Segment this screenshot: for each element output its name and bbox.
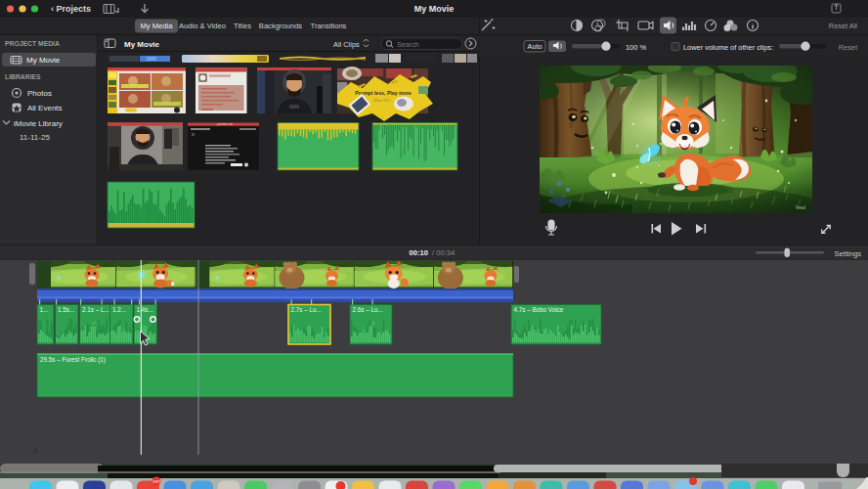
svg-text:1...: 1...: [40, 306, 49, 313]
svg-text:/ 00:34: / 00:34: [432, 248, 455, 257]
svg-text:100 %: 100 %: [626, 43, 646, 52]
svg-text:Auto: Auto: [528, 42, 542, 51]
svg-text:4.7s – Bobo Voice: 4.7s – Bobo Voice: [514, 306, 564, 313]
svg-text:♪: ♪: [371, 320, 374, 326]
svg-text:Reset: Reset: [839, 43, 857, 52]
svg-text:Photos: Photos: [27, 89, 52, 98]
svg-text:Prompt less, Play more: Prompt less, Play more: [355, 90, 411, 96]
svg-text:2.7s – Lu...: 2.7s – Lu...: [291, 306, 322, 313]
svg-text:Veed: Veed: [796, 205, 806, 210]
svg-text:Reset All: Reset All: [829, 22, 858, 30]
svg-text:What GPT...: What GPT...: [373, 99, 392, 103]
svg-text:00:10: 00:10: [410, 248, 428, 257]
svg-text:All Clips: All Clips: [333, 40, 360, 49]
svg-text:1.4s...: 1.4s...: [137, 306, 153, 313]
svg-text:My Movie: My Movie: [124, 40, 160, 49]
svg-text:29.5s – Forest Frolic (1): 29.5s – Forest Frolic (1): [40, 356, 106, 364]
svg-text:2.1s – L...: 2.1s – L...: [82, 306, 109, 313]
svg-text:My Media: My Media: [141, 22, 174, 30]
svg-text:Transitions: Transitions: [311, 22, 347, 30]
svg-text:11-11-25: 11-11-25: [20, 133, 50, 142]
svg-text:Backgrounds: Backgrounds: [259, 22, 303, 30]
svg-text:PROJECT MEDIA: PROJECT MEDIA: [5, 40, 60, 47]
svg-text:1.2...: 1.2...: [112, 306, 126, 313]
svg-text:1.5s...: 1.5s...: [58, 306, 74, 313]
svg-text:Search: Search: [397, 40, 419, 49]
svg-text:Audio & Video: Audio & Video: [179, 22, 226, 30]
svg-text:Lower volume of other clips:: Lower volume of other clips:: [683, 43, 773, 52]
svg-text:‹ Projects: ‹ Projects: [51, 4, 91, 14]
svg-text:2.6s – Lu...: 2.6s – Lu...: [353, 306, 383, 313]
svg-text:Titles: Titles: [234, 22, 251, 30]
svg-text:1997: 1997: [152, 480, 160, 484]
svg-text:♪: ♪: [93, 320, 96, 326]
svg-text:LIBRARIES: LIBRARIES: [5, 73, 41, 80]
svg-text:youtube.com: youtube.com: [217, 122, 234, 126]
svg-text:My Movie: My Movie: [26, 56, 61, 65]
svg-text:iMovie Library: iMovie Library: [14, 119, 63, 128]
svg-text:Settings: Settings: [835, 249, 862, 258]
svg-text:𝐴: 𝐴: [32, 447, 37, 454]
svg-text:All Events: All Events: [27, 104, 63, 112]
svg-text:My Movie: My Movie: [414, 4, 455, 14]
